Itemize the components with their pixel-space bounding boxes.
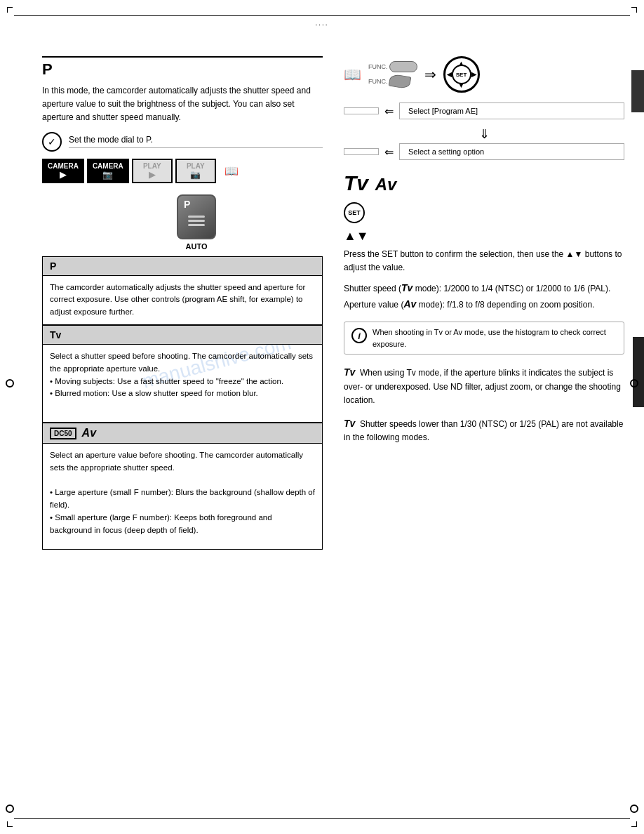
- p-section-body: The camcorder automatically adjusts the …: [43, 276, 322, 324]
- play-label-2: PLAY: [187, 162, 205, 170]
- left-column: P In this mode, the camcorder automatica…: [42, 56, 323, 550]
- camera-label-2: CAMERA: [93, 162, 123, 170]
- dial-p-label: P: [184, 199, 190, 210]
- p-section: P The camcorder automatically adjusts th…: [42, 256, 323, 325]
- camera-label-1: CAMERA: [48, 162, 79, 170]
- corner-tl: [7, 7, 13, 13]
- step-2-arrow: ⇐: [384, 145, 394, 159]
- down-arrow: ▼: [356, 229, 369, 243]
- left-nav-circle-bottom: [6, 805, 14, 813]
- corner-bl: [7, 821, 13, 827]
- corner-br: [631, 821, 637, 827]
- av-inline-1: Av: [403, 298, 416, 310]
- dial-line-1: [188, 216, 205, 218]
- tv-av-block: Tv Av: [344, 171, 624, 195]
- dc50-badge: DC50: [50, 428, 76, 439]
- step-1-content: Select [Program AE]: [399, 102, 624, 119]
- right-body-text-1: Press the SET button to confirm the sele…: [344, 248, 624, 274]
- tv-inline-3: Tv: [344, 418, 355, 429]
- dial-lines: [188, 216, 205, 226]
- func-label-2: FUNC.: [368, 78, 388, 85]
- vert-bar-right: [633, 337, 644, 407]
- func-row-1: FUNC.: [368, 61, 417, 72]
- check-text: Set the mode dial to P.: [69, 135, 323, 148]
- step-1-arrow: ⇐: [384, 105, 394, 118]
- dial-container: P AUTO: [70, 194, 323, 251]
- step-2-content: Select a setting option: [399, 143, 624, 160]
- camera-video-btn[interactable]: CAMERA ▶: [42, 159, 84, 183]
- tv-section-header: Tv: [43, 325, 322, 345]
- top-line: [14, 15, 630, 16]
- tv-large-label: Tv: [344, 171, 368, 194]
- mode-buttons-row: CAMERA ▶ CAMERA 📷 PLAY ▶ PLAY 📷 📖: [42, 159, 323, 183]
- title-line: [42, 56, 323, 58]
- updown-arrows: ▲▼: [344, 229, 624, 244]
- func-buttons: FUNC. FUNC.: [368, 61, 417, 88]
- right-tab: [631, 70, 644, 112]
- play-photo-icon: 📷: [190, 170, 201, 180]
- left-nav-circle: [6, 379, 14, 388]
- right-body-text-tv-bottom: Tv Shutter speeds lower than 1/30 (NTSC)…: [344, 416, 624, 445]
- play-video-btn[interactable]: PLAY ▶: [132, 159, 173, 183]
- camera-photo-btn[interactable]: CAMERA 📷: [87, 159, 129, 183]
- section-title: P: [42, 60, 323, 79]
- set-label: SET: [456, 72, 467, 78]
- corner-tr: [631, 7, 637, 13]
- photo-icon: 📷: [102, 170, 113, 180]
- step-1-row: ⇐ Select [Program AE]: [344, 102, 624, 119]
- video-icon: ▶: [60, 170, 66, 180]
- play-photo-btn[interactable]: PLAY 📷: [175, 159, 216, 183]
- func-label-1: FUNC.: [368, 63, 388, 70]
- info-note-text: When shooting in Tv or Av mode, use the …: [373, 326, 617, 350]
- step-down-arrow: ⇓: [344, 126, 624, 142]
- step-1-box: [344, 107, 379, 114]
- book-icon: 📖: [224, 164, 239, 178]
- right-body-text-tv: Tv When using Tv mode, if the aperture b…: [344, 364, 624, 407]
- tv-inline-2: Tv: [344, 366, 355, 378]
- func-row-2: FUNC.: [368, 75, 417, 88]
- func-leaf-btn[interactable]: [388, 74, 411, 90]
- right-nav-circle: [630, 379, 638, 388]
- tv-label: Tv: [50, 329, 61, 340]
- dial-line-2: [188, 220, 205, 222]
- func-diagram: 📖 FUNC. FUNC. ⇒ ▲ ▼ ◀ ▶ SET: [344, 56, 624, 93]
- right-body-text-2: Shutter speed (Tv mode): 1/2000 to 1/4 (…: [344, 280, 624, 312]
- step-2-row: ⇐ Select a setting option: [344, 143, 624, 160]
- right-column: 📖 FUNC. FUNC. ⇒ ▲ ▼ ◀ ▶ SET ⇐ Select [P: [344, 56, 624, 451]
- right-nav-circle-bottom: [630, 805, 638, 813]
- av-section: DC50 Av Select an aperture value before …: [42, 423, 323, 550]
- av-label: Av: [82, 427, 96, 439]
- tv-inline-1: Tv: [401, 282, 412, 293]
- dial-line-3: [188, 224, 205, 226]
- set-inner-btn[interactable]: SET: [452, 65, 471, 84]
- av-section-body: Select an aperture value before shooting…: [43, 444, 322, 549]
- bottom-line: [14, 818, 630, 819]
- book-icon-right: 📖: [344, 66, 361, 83]
- av-section-header: DC50 Av: [43, 423, 322, 444]
- up-arrow: ▲: [344, 229, 356, 243]
- tv-section-body: Select a shutter speed before shooting. …: [43, 345, 322, 422]
- body-text-1: In this mode, the camcorder automaticall…: [42, 84, 323, 125]
- mode-dial: P: [177, 194, 216, 239]
- top-dots: ····: [315, 21, 328, 29]
- play-video-icon: ▶: [149, 170, 155, 180]
- dial-auto-label: AUTO: [186, 242, 208, 251]
- check-icon: ✓: [42, 132, 62, 152]
- set-wheel[interactable]: ▲ ▼ ◀ ▶ SET: [443, 56, 480, 93]
- set-circle-confirm[interactable]: SET: [344, 202, 365, 223]
- play-label-1: PLAY: [143, 162, 161, 170]
- func-oval-btn[interactable]: [389, 61, 417, 72]
- p-section-header: P: [43, 257, 322, 276]
- tv-section: Tv Select a shutter speed before shootin…: [42, 325, 323, 423]
- arrow-right-func: ⇒: [424, 66, 436, 83]
- set-circle-label: SET: [348, 209, 361, 216]
- info-icon: i: [351, 328, 367, 343]
- av-medium-label: Av: [375, 175, 397, 194]
- info-note: i When shooting in Tv or Av mode, use th…: [344, 322, 624, 355]
- check-row: ✓ Set the mode dial to P.: [42, 132, 323, 152]
- step-2-box: [344, 148, 379, 155]
